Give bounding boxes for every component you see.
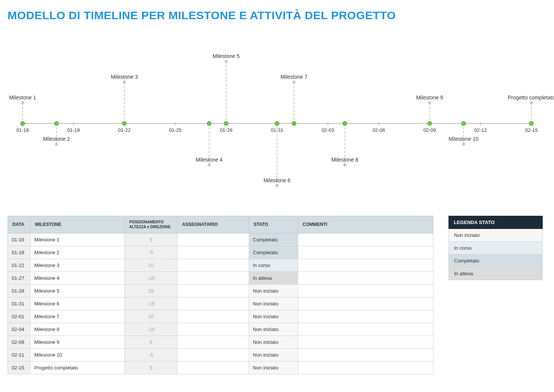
cell-date: 01-16 bbox=[8, 233, 31, 246]
milestone-end-dot bbox=[21, 101, 24, 104]
milestone-node bbox=[461, 121, 466, 126]
milestones-table: DATA MILESTONE POSIZIONAMENTO ALTEZZA e … bbox=[8, 216, 433, 374]
cell-date: 02-01 bbox=[8, 310, 31, 323]
table-row: 02-01Milestone 710Non iniziato bbox=[8, 310, 433, 323]
cell-milestone: Milestone 9 bbox=[31, 336, 125, 349]
cell-position: 10 bbox=[125, 259, 178, 272]
cell-assignee bbox=[178, 285, 249, 297]
cell-date: 01-31 bbox=[8, 297, 31, 310]
milestone-node bbox=[122, 121, 127, 126]
cell-status: Non iniziato bbox=[249, 297, 298, 310]
cell-comments bbox=[298, 361, 433, 374]
tick-label: 02-06 bbox=[372, 127, 385, 133]
milestone-label: Milestone 3 bbox=[111, 74, 138, 80]
milestone-node bbox=[54, 121, 59, 126]
cell-status: In corso bbox=[249, 259, 298, 272]
cell-position: -5 bbox=[125, 349, 178, 361]
cell-milestone: Milestone 2 bbox=[31, 246, 125, 259]
leader-line bbox=[56, 124, 57, 144]
cell-status: Completato bbox=[249, 233, 298, 246]
milestone-end-dot bbox=[292, 81, 295, 84]
milestone-end-dot bbox=[428, 101, 431, 104]
legend-title: LEGENDA STATO bbox=[448, 216, 543, 229]
cell-milestone: Milestone 1 bbox=[31, 233, 125, 246]
cell-status: Non iniziato bbox=[249, 361, 298, 374]
tick-label: 01-16 bbox=[16, 127, 29, 133]
cell-date: 02-04 bbox=[8, 323, 31, 336]
cell-assignee bbox=[178, 233, 249, 246]
milestone-end-dot bbox=[55, 143, 58, 146]
tick-label: 01-25 bbox=[169, 127, 181, 133]
cell-comments bbox=[298, 246, 433, 259]
cell-assignee bbox=[178, 272, 249, 285]
col-assignee: ASSEGNATARIO bbox=[178, 216, 249, 233]
cell-milestone: Milestone 3 bbox=[31, 259, 125, 272]
milestone-end-dot bbox=[530, 101, 533, 104]
milestone-node bbox=[20, 121, 25, 126]
milestone-node bbox=[207, 121, 211, 126]
cell-date: 01-22 bbox=[8, 259, 31, 272]
cell-comments bbox=[298, 272, 433, 285]
leader-line bbox=[277, 124, 277, 186]
cell-status: Non iniziato bbox=[249, 349, 298, 361]
status-legend: LEGENDA STATO Non iniziatoIn corsoComple… bbox=[448, 216, 543, 280]
cell-date: 02-09 bbox=[8, 336, 31, 349]
table-row: 01-16Milestone 15Completato bbox=[8, 233, 433, 246]
milestone-end-dot bbox=[275, 184, 279, 187]
cell-comments bbox=[298, 285, 433, 297]
cell-status: Non iniziato bbox=[249, 323, 298, 336]
cell-assignee bbox=[178, 336, 249, 349]
cell-milestone: Milestone 4 bbox=[31, 272, 125, 285]
leader-line bbox=[22, 103, 23, 124]
table-row: 01-18Milestone 2-5Completato bbox=[8, 246, 433, 259]
col-milestone: MILESTONE bbox=[31, 216, 125, 233]
tick-mark bbox=[328, 122, 328, 125]
cell-status: Non iniziato bbox=[249, 336, 298, 349]
col-comments: COMMENTI bbox=[298, 216, 433, 233]
cell-position: -10 bbox=[125, 323, 178, 336]
milestone-label: Milestone 5 bbox=[213, 53, 240, 59]
cell-position: 5 bbox=[125, 336, 178, 349]
milestone-end-dot bbox=[123, 81, 126, 84]
leader-line bbox=[226, 61, 226, 124]
milestone-label: Milestone 9 bbox=[416, 95, 443, 101]
cell-milestone: Milestone 6 bbox=[31, 297, 125, 310]
cell-assignee bbox=[178, 323, 249, 336]
cell-milestone: Milestone 8 bbox=[31, 323, 125, 336]
cell-comments bbox=[298, 233, 433, 246]
col-date: DATA bbox=[8, 216, 31, 233]
cell-comments bbox=[298, 310, 433, 323]
milestone-label: Milestone 1 bbox=[9, 95, 36, 101]
col-position: POSIZIONAMENTO ALTEZZA e DIREZIONE bbox=[125, 216, 178, 233]
cell-milestone: Progetto completato bbox=[31, 361, 125, 374]
milestone-node bbox=[292, 121, 296, 126]
cell-position: 10 bbox=[125, 310, 178, 323]
cell-milestone: Milestone 7 bbox=[31, 310, 125, 323]
cell-date: 01-18 bbox=[8, 246, 31, 259]
cell-comments bbox=[298, 336, 433, 349]
cell-assignee bbox=[178, 246, 249, 259]
leader-line bbox=[209, 124, 210, 165]
cell-position: -5 bbox=[125, 246, 178, 259]
cell-milestone: Milestone 10 bbox=[31, 349, 125, 361]
cell-comments bbox=[298, 349, 433, 361]
milestone-end-dot bbox=[462, 143, 465, 146]
tick-label: 01-22 bbox=[118, 127, 130, 133]
tick-label: 02-12 bbox=[474, 127, 487, 133]
tick-mark bbox=[73, 122, 74, 125]
legend-item: In attesa bbox=[448, 267, 543, 280]
tick-label: 02-03 bbox=[321, 127, 334, 133]
milestone-label: Milestone 7 bbox=[280, 74, 308, 80]
tick-label: 01-28 bbox=[220, 127, 232, 133]
legend-item: Non iniziato bbox=[448, 229, 543, 242]
table-row: 01-31Milestone 6-15Non iniziato bbox=[8, 297, 433, 310]
timeline-chart: 01-1601-1901-2201-2501-2801-3102-0302-06… bbox=[11, 39, 543, 197]
table-row: 01-27Milestone 4-10In attesa bbox=[8, 272, 433, 285]
tick-label: 02-15 bbox=[525, 127, 537, 133]
cell-position: 5 bbox=[125, 361, 178, 374]
leader-line bbox=[463, 124, 464, 144]
table-row: 02-09Milestone 95Non iniziato bbox=[8, 336, 433, 349]
milestone-label: Progetto completato bbox=[508, 95, 554, 101]
cell-position: -10 bbox=[125, 272, 178, 285]
page-title: MODELLO DI TIMELINE PER MILESTONE E ATTI… bbox=[8, 9, 546, 22]
